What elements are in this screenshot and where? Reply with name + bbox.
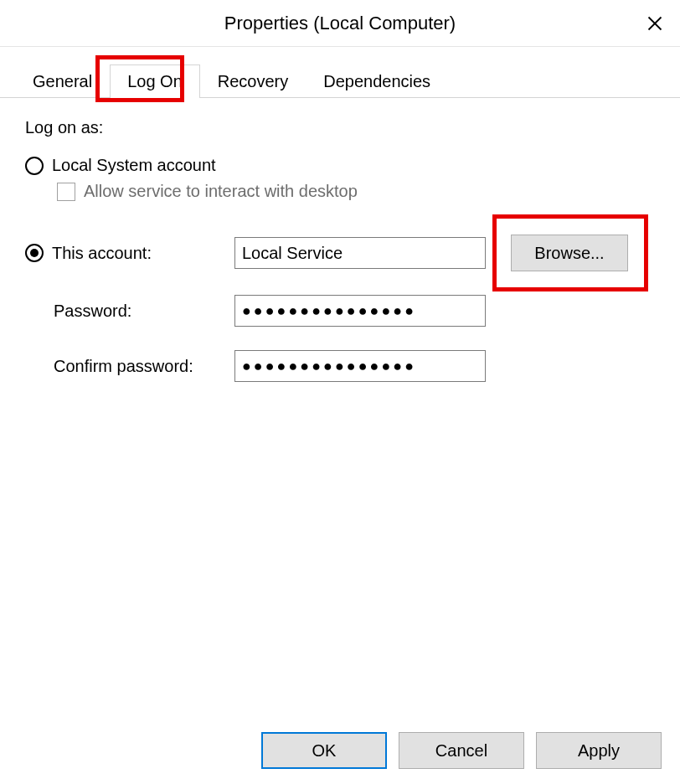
browse-button[interactable]: Browse...: [511, 235, 628, 271]
radio-this-account[interactable]: [25, 244, 44, 262]
close-button[interactable]: [641, 10, 668, 37]
password-label: Password:: [25, 302, 234, 321]
password-input[interactable]: ●●●●●●●●●●●●●●●: [234, 295, 486, 327]
tab-general[interactable]: General: [15, 64, 110, 98]
apply-button[interactable]: Apply: [536, 732, 662, 769]
option-this-account[interactable]: This account:: [25, 244, 234, 263]
tab-recovery[interactable]: Recovery: [200, 64, 306, 98]
this-account-label: This account:: [52, 244, 152, 263]
logon-panel: Log on as: Local System account Allow se…: [0, 98, 680, 402]
logon-as-label: Log on as:: [25, 118, 655, 137]
tab-logon[interactable]: Log On: [110, 64, 200, 98]
window-title: Properties (Local Computer): [224, 13, 456, 34]
tabs: General Log On Recovery Dependencies: [0, 64, 680, 98]
tab-dependencies[interactable]: Dependencies: [306, 64, 448, 98]
confirm-password-input[interactable]: ●●●●●●●●●●●●●●●: [234, 350, 486, 382]
close-icon: [647, 15, 663, 32]
local-system-label: Local System account: [52, 156, 216, 175]
checkbox-interact: [57, 183, 75, 201]
cancel-button[interactable]: Cancel: [399, 732, 524, 769]
account-name-input[interactable]: [234, 237, 486, 269]
titlebar: Properties (Local Computer): [0, 0, 680, 47]
option-local-system[interactable]: Local System account: [25, 156, 655, 175]
ok-button[interactable]: OK: [261, 732, 387, 769]
dialog-buttons: OK Cancel Apply: [261, 732, 662, 769]
confirm-password-label: Confirm password:: [25, 357, 234, 376]
interact-row: Allow service to interact with desktop: [57, 182, 655, 201]
radio-local-system[interactable]: [25, 157, 44, 175]
interact-label: Allow service to interact with desktop: [84, 182, 358, 201]
